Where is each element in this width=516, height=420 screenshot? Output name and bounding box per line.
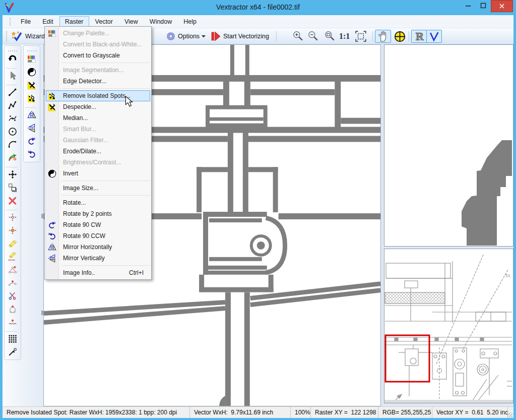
zoom-panel[interactable] bbox=[384, 44, 513, 247]
minimize-button[interactable] bbox=[461, 0, 476, 11]
menubar-item-view[interactable]: View bbox=[119, 16, 144, 27]
menu-item-median[interactable]: Median... bbox=[46, 112, 150, 124]
tool-despeckle-button[interactable] bbox=[25, 80, 38, 93]
tool-circle-button[interactable] bbox=[6, 126, 19, 139]
menu-item-label: Median... bbox=[63, 114, 88, 122]
tool-dots-grid-button[interactable] bbox=[6, 333, 19, 346]
menu-item-rotate-90-ccw[interactable]: 90Rotate 90 CCW bbox=[46, 230, 150, 242]
tool-add-polyline-node-button[interactable] bbox=[6, 264, 19, 277]
maximize-button[interactable] bbox=[476, 0, 491, 11]
menubar-item-raster[interactable]: Raster bbox=[59, 16, 89, 27]
overview-panel[interactable]: TA bbox=[384, 249, 513, 403]
menu-separator bbox=[61, 195, 150, 196]
menu-item-mirror-vertically[interactable]: Mirror Vertically bbox=[46, 253, 150, 264]
tool-trace-button[interactable] bbox=[6, 152, 19, 165]
tool-rotate-cw-button[interactable]: 90 bbox=[25, 136, 38, 149]
status-rgb-value: RGB= 255,255,25 bbox=[378, 407, 432, 418]
maximize-icon bbox=[480, 3, 486, 9]
tool-copy-button[interactable] bbox=[6, 182, 19, 195]
tool-mirror-v-button[interactable] bbox=[25, 123, 38, 136]
tool-separator bbox=[6, 210, 17, 210]
tool-add-arc-node-button[interactable] bbox=[6, 277, 19, 290]
menu-item-image-segmentation[interactable]: Image Segmentation... bbox=[46, 65, 150, 76]
tool-split-segment-button[interactable] bbox=[6, 317, 19, 330]
tool-mirror-h-button[interactable] bbox=[25, 109, 38, 123]
menu-item-invert[interactable]: Invert bbox=[46, 168, 150, 179]
tool-eraser-button[interactable] bbox=[6, 238, 19, 251]
invert-icon bbox=[48, 169, 56, 178]
show-raster-button[interactable]: R bbox=[411, 30, 427, 43]
tool-undo-button[interactable] bbox=[6, 53, 19, 67]
palette-grip[interactable] bbox=[27, 50, 36, 51]
zoom-fit-button[interactable] bbox=[353, 30, 369, 43]
menu-item-label: Erode/Dilate... bbox=[63, 148, 101, 155]
tool-move-node-snap-button[interactable] bbox=[6, 225, 19, 238]
pan-hand-button[interactable] bbox=[375, 30, 391, 43]
tool-add-circle-node-button[interactable] bbox=[6, 304, 19, 317]
menubar-item-window[interactable]: Window bbox=[144, 16, 177, 27]
tool-snap-arrow-button[interactable] bbox=[6, 346, 19, 359]
menubar-item-file[interactable]: File bbox=[15, 16, 36, 27]
add-arc-node-icon bbox=[8, 278, 17, 289]
tool-bezier-button[interactable] bbox=[6, 113, 19, 126]
tool-eraser-segment-button[interactable] bbox=[6, 251, 19, 264]
viewport-rectangle[interactable] bbox=[385, 335, 429, 382]
menu-item-smart-blur[interactable]: Smart Blur... bbox=[46, 124, 150, 135]
zoom-1-1-button[interactable]: 1:1 bbox=[337, 30, 352, 43]
select-arrow-icon bbox=[8, 71, 17, 82]
overview-drawing: TA bbox=[384, 249, 513, 403]
menu-item-label: Change Palette... bbox=[63, 30, 110, 37]
remove-spots-icon bbox=[27, 94, 36, 105]
wizard-button[interactable]: Wizard bbox=[9, 30, 47, 43]
menu-item-convert-to-black-and-white[interactable]: Convert to Black-and-White... bbox=[46, 39, 150, 50]
tool-line-button[interactable] bbox=[6, 87, 19, 100]
zoom-in-button[interactable] bbox=[290, 30, 306, 43]
palette-grip[interactable] bbox=[8, 50, 17, 51]
menu-item-despeckle[interactable]: Despeckle... bbox=[46, 101, 150, 112]
menu-item-image-info[interactable]: Image Info..Ctrl+I bbox=[46, 267, 150, 278]
menubar-item-help[interactable]: Help bbox=[178, 16, 202, 27]
tool-separator bbox=[6, 331, 17, 332]
menu-item-erode-dilate[interactable]: Erode/Dilate... bbox=[46, 146, 150, 157]
menu-item-rotate-90-cw[interactable]: 90Rotate 90 CW bbox=[46, 219, 150, 230]
tool-invert-button[interactable] bbox=[25, 67, 38, 80]
menubar-grip[interactable] bbox=[10, 18, 11, 26]
resize-grip[interactable] bbox=[508, 407, 513, 418]
menu-item-label: Convert to Grayscale bbox=[63, 52, 120, 59]
tool-rotate-ccw-button[interactable]: 90 bbox=[25, 149, 38, 162]
options-button[interactable]: Options bbox=[164, 30, 208, 43]
tool-delete-button[interactable] bbox=[6, 195, 19, 208]
menu-item-image-size[interactable]: Image Size... bbox=[46, 183, 150, 194]
zoom-window-button[interactable] bbox=[321, 30, 338, 43]
tool-move-button[interactable] bbox=[6, 169, 19, 182]
menu-item-brightness-contrast[interactable]: Brightness/Contrast... bbox=[46, 157, 150, 168]
tool-separator bbox=[6, 85, 17, 85]
menubar-item-edit[interactable]: Edit bbox=[37, 16, 59, 27]
zoom-out-icon bbox=[307, 30, 319, 42]
show-vector-button[interactable] bbox=[426, 30, 442, 43]
close-button[interactable] bbox=[491, 0, 513, 12]
menu-item-rotate-by-2-points[interactable]: Rotate by 2 points bbox=[46, 208, 150, 219]
menu-item-remove-isolated-spots[interactable]: Remove Isolated Spots... bbox=[46, 90, 150, 101]
tool-polyline-button[interactable] bbox=[6, 100, 19, 113]
menu-item-rotate[interactable]: Rotate... bbox=[46, 197, 150, 208]
toolbar-grip[interactable] bbox=[6, 31, 8, 41]
center-target-button[interactable] bbox=[392, 30, 408, 43]
menubar-item-vector[interactable]: Vector bbox=[90, 16, 118, 27]
bezier-icon bbox=[8, 114, 17, 125]
title-bar[interactable]: Vextractor x64 - file0002.tif bbox=[0, 0, 516, 15]
zoom-out-button[interactable] bbox=[305, 30, 321, 43]
menu-item-gaussian-filter[interactable]: Gaussian Filter... bbox=[46, 135, 150, 146]
menu-item-convert-to-grayscale[interactable]: Convert to Grayscale bbox=[46, 50, 150, 61]
tool-move-node-button[interactable] bbox=[6, 212, 19, 225]
tool-scissors-button[interactable] bbox=[6, 290, 19, 304]
tool-palette-button[interactable] bbox=[25, 53, 38, 67]
tool-select-arrow-button[interactable] bbox=[6, 70, 19, 83]
tool-remove-spots-button[interactable] bbox=[25, 93, 38, 106]
menu-item-edge-detector[interactable]: Edge Detector... bbox=[46, 76, 150, 87]
menu-item-change-palette[interactable]: Change Palette... bbox=[46, 28, 150, 39]
menu-item-mirror-horizontally[interactable]: Mirror Horizontally bbox=[46, 242, 150, 253]
tool-separator bbox=[6, 68, 17, 69]
tool-arc-button[interactable] bbox=[6, 139, 19, 152]
start-vectorizing-button[interactable]: Start Vectorizing bbox=[208, 30, 271, 43]
